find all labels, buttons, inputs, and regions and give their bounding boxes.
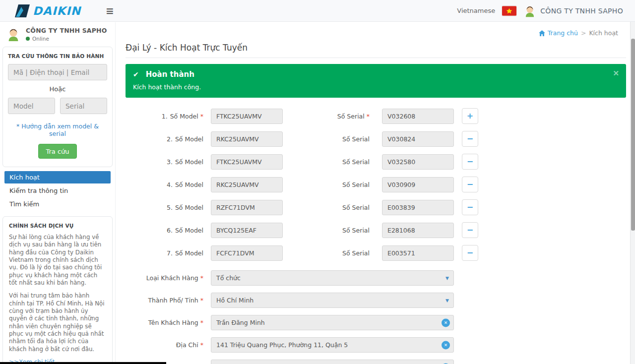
minus-icon: − <box>467 226 473 234</box>
customer-name-row: Tên Khách Hàng* ✕ <box>126 315 626 330</box>
model-label: 6.Số Model <box>126 227 203 234</box>
success-alert: ✔ Hoàn thành Kích hoạt thành công. ✕ <box>126 64 626 98</box>
clear-icon[interactable]: ✕ <box>442 318 450 327</box>
model-label: 1.Số Model* <box>126 113 203 120</box>
breadcrumb-home-link[interactable]: Trang chủ <box>539 29 578 37</box>
close-icon[interactable]: ✕ <box>613 69 619 78</box>
alert-title: Hoàn thành <box>146 70 194 79</box>
device-row-2: 2.Số Model Số Serial − <box>126 131 626 147</box>
clear-icon[interactable]: ✕ <box>442 341 450 349</box>
required-mark: * <box>367 113 370 120</box>
model-input-3[interactable] <box>211 154 283 170</box>
lookup-code-input[interactable] <box>8 64 107 80</box>
customer-name-label: Tên Khách Hàng* <box>126 319 203 326</box>
required-mark: * <box>200 274 203 282</box>
remove-row-button[interactable]: − <box>462 177 478 192</box>
customer-type-label: Loại Khách Hàng* <box>126 274 203 282</box>
serial-input-7[interactable] <box>382 245 454 261</box>
breadcrumb-current: Kích hoạt <box>589 29 618 37</box>
serial-label: Số Serial* <box>283 113 370 120</box>
city-select[interactable]: Hồ Chí Minh <box>211 293 454 308</box>
policy-title: CHÍNH SÁCH DỊCH VỤ <box>9 223 106 229</box>
policy-paragraph: Với hai trung tâm bảo hành chính tại TP.… <box>9 292 106 353</box>
city-label: Thành Phố/ Tỉnh* <box>126 297 203 304</box>
or-label: Hoặc <box>8 85 107 93</box>
sidebar-item-kiem-tra-thong-tin[interactable]: Kiểm tra thông tin <box>4 184 111 197</box>
remove-row-button[interactable]: − <box>462 245 478 261</box>
breadcrumb-separator: > <box>581 29 586 37</box>
remove-row-button[interactable]: − <box>462 131 478 147</box>
model-input-5[interactable] <box>211 200 283 215</box>
serial-input-4[interactable] <box>382 177 454 192</box>
model-input-1[interactable] <box>211 109 283 124</box>
avatar-icon <box>523 4 536 17</box>
account-menu[interactable]: CÔNG TY TNHH SAPHO <box>523 4 623 17</box>
device-row-7: 7.Số Model Số Serial − <box>126 245 626 261</box>
lookup-card-title: TRA CỨU THÔNG TIN BẢO HÀNH <box>8 53 107 59</box>
minus-icon: − <box>467 203 473 211</box>
address-input[interactable] <box>211 337 454 353</box>
serial-label: Số Serial <box>283 227 370 234</box>
daikin-logo[interactable]: DAIKIN <box>15 4 81 17</box>
address-row: Địa Chỉ* ✕ <box>126 337 626 353</box>
alert-message: Kích hoạt thành công. <box>133 83 619 91</box>
model-label: 3.Số Model <box>126 158 203 166</box>
vietnam-flag-icon[interactable] <box>502 6 516 16</box>
serial-label: Số Serial <box>283 181 370 188</box>
device-row-1: 1.Số Model* Số Serial* + <box>126 108 626 124</box>
model-serial-guide-link[interactable]: * Hướng dẫn xem model & serial <box>8 122 107 137</box>
partial-input[interactable] <box>211 360 454 364</box>
model-input-7[interactable] <box>211 245 283 261</box>
plus-icon: + <box>467 112 473 120</box>
device-row-4: 4.Số Model Số Serial − <box>126 177 626 192</box>
device-row-3: 3.Số Model Số Serial − <box>126 154 626 170</box>
remove-row-button[interactable]: − <box>462 199 478 215</box>
bottom-black-bar <box>0 362 166 364</box>
device-row-5: 5.Số Model Số Serial − <box>126 199 626 215</box>
minus-icon: − <box>467 181 473 188</box>
model-label: 5.Số Model <box>126 204 203 211</box>
sidebar-item-tim-kiem[interactable]: Tìm kiếm <box>4 198 111 210</box>
model-input-4[interactable] <box>211 177 283 192</box>
serial-input-2[interactable] <box>382 131 454 147</box>
city-row: Thành Phố/ Tỉnh* Hồ Chí Minh ▼ <box>126 293 626 308</box>
online-status-label: Online <box>32 36 49 42</box>
required-mark: * <box>200 319 203 326</box>
serial-input-6[interactable] <box>382 223 454 238</box>
service-policy-card: CHÍNH SÁCH DỊCH VỤ Sự hài lòng của khách… <box>2 216 113 364</box>
required-mark: * <box>200 297 203 304</box>
customer-name-input[interactable] <box>211 315 454 330</box>
serial-input-3[interactable] <box>382 154 454 170</box>
lookup-model-input[interactable] <box>8 98 55 114</box>
model-input-2[interactable] <box>211 131 283 147</box>
language-label: Vietnamese <box>457 7 495 14</box>
serial-input-1[interactable] <box>382 109 454 124</box>
chevron-down-icon: ▼ <box>445 298 449 303</box>
minus-icon: − <box>467 158 473 166</box>
minus-icon: − <box>467 135 473 143</box>
breadcrumb: Trang chủ > Kích hoạt <box>126 29 626 37</box>
remove-row-button[interactable]: − <box>462 222 478 238</box>
add-row-button[interactable]: + <box>462 108 478 124</box>
avatar-icon <box>6 27 21 42</box>
scrollbar-thumb[interactable] <box>631 39 635 231</box>
vertical-scrollbar[interactable] <box>630 22 635 364</box>
customer-type-row: Loại Khách Hàng* Tổ chức ▼ <box>126 270 626 286</box>
minus-icon: − <box>467 249 473 257</box>
page-title: Đại Lý - Kích Hoạt Trực Tuyến <box>126 43 626 58</box>
sidebar: CÔNG TY TNHH SAPHO Online TRA CỨU THÔNG … <box>0 22 116 364</box>
sidebar-item-kich-hoat[interactable]: Kích hoạt <box>4 171 111 183</box>
remove-row-button[interactable]: − <box>462 154 478 170</box>
required-mark: * <box>200 113 203 120</box>
model-input-6[interactable] <box>211 223 283 238</box>
lookup-serial-input[interactable] <box>60 98 107 114</box>
customer-type-select[interactable]: Tổ chức <box>211 270 454 286</box>
lookup-submit-button[interactable]: Tra cứu <box>38 144 77 159</box>
serial-label: Số Serial <box>283 249 370 257</box>
top-header: DAIKIN ≡ Vietnamese CÔNG TY TNHH SAPHO <box>0 0 635 22</box>
chevron-down-icon: ▼ <box>445 276 449 281</box>
model-label: 2.Số Model <box>126 135 203 143</box>
hamburger-icon[interactable]: ≡ <box>106 6 114 16</box>
serial-input-5[interactable] <box>382 200 454 215</box>
serial-label: Số Serial <box>283 135 370 143</box>
